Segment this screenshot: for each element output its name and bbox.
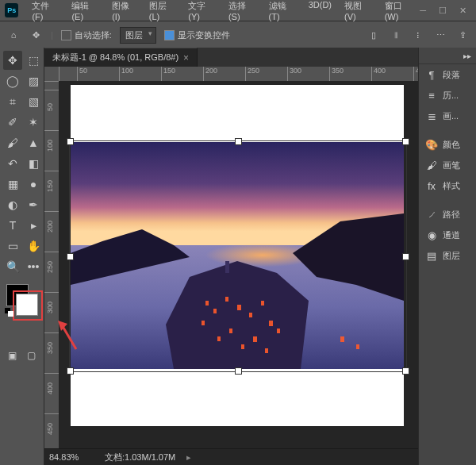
panel-dock: ▸▸ ¶段落 ≡历... ≣画... 🎨颜色 🖌画笔 fx样式 ⟋路径 ◉通道 … (418, 48, 476, 465)
marquee-tool[interactable]: ⬚ (24, 51, 43, 70)
crop-tool[interactable]: ⌗ (3, 92, 22, 111)
panel-paragraph[interactable]: ¶段落 (419, 64, 476, 85)
image-layer[interactable] (71, 142, 404, 369)
move-tool-icon[interactable]: ✥ (29, 28, 43, 42)
svg-rect-3 (205, 301, 209, 306)
auto-select-checkbox[interactable]: 自动选择: (61, 29, 112, 41)
history-brush-tool[interactable]: ↶ (3, 154, 22, 173)
panel-history[interactable]: ≡历... (419, 85, 476, 106)
menu-edit[interactable]: 编辑(E) (66, 0, 105, 25)
document-area: 未标题-1 @ 84.8% (01, RGB/8#) × 50 100 150 … (44, 48, 418, 465)
svg-rect-14 (241, 344, 244, 349)
hand-tool[interactable]: ✋ (24, 236, 43, 256)
stamp-tool[interactable]: ▲ (24, 133, 43, 152)
dodge-tool[interactable]: ◐ (3, 195, 22, 214)
foreground-color-swatch[interactable] (16, 294, 38, 316)
menu-file[interactable]: 文件(F) (26, 0, 64, 25)
panel-styles[interactable]: fx样式 (419, 175, 476, 196)
show-transform-label: 显示变换控件 (178, 30, 230, 40)
svg-rect-16 (356, 344, 359, 349)
more-options-icon[interactable]: ⋯ (433, 28, 447, 42)
home-icon[interactable]: ⌂ (6, 28, 21, 42)
panel-channels[interactable]: ◉通道 (419, 225, 476, 245)
svg-rect-8 (261, 301, 264, 306)
move-tool[interactable]: ✥ (3, 51, 22, 70)
svg-rect-4 (213, 309, 217, 313)
menu-layer[interactable]: 图层(L) (144, 0, 182, 25)
tab-strip: 未标题-1 @ 84.8% (01, RGB/8#) × (44, 48, 418, 67)
brush-tool[interactable]: 🖌 (3, 133, 22, 152)
share-icon[interactable]: ⇪ (455, 28, 470, 42)
canvas-viewport[interactable] (59, 81, 418, 449)
slice-tool[interactable]: ▧ (24, 92, 43, 111)
type-tool[interactable]: T (3, 216, 22, 235)
svg-rect-7 (249, 313, 252, 317)
menu-select[interactable]: 选择(S) (223, 0, 262, 25)
zoom-level[interactable]: 84.83% (49, 452, 94, 462)
status-chevron-icon[interactable]: ▸ (186, 452, 191, 463)
ruler-horizontal[interactable]: 50 100 150 200 250 300 350 400 450 (59, 67, 418, 82)
document-tab-title: 未标题-1 @ 84.8% (01, RGB/8#) (52, 52, 178, 63)
zoom-tool[interactable]: 🔍 (3, 257, 22, 276)
quick-select-tool[interactable]: ▨ (24, 71, 43, 90)
layers-icon: ▤ (425, 250, 438, 262)
panel-color[interactable]: 🎨颜色 (419, 134, 476, 155)
auto-select-label: 自动选择: (75, 30, 112, 40)
menu-view[interactable]: 视图(V) (339, 0, 378, 25)
svg-rect-15 (340, 336, 344, 342)
pen-tool[interactable]: ✒ (24, 195, 43, 214)
path-select-tool[interactable]: ▸ (24, 216, 43, 235)
auto-select-target-dropdown[interactable]: 图层 (120, 27, 156, 44)
toolbox: ✥ ⬚ ◯ ▨ ⌗ ▧ ✐ ✶ 🖌 ▲ ↶ ◧ ▦ ● ◐ ✒ T ▸ ▭ ✋ … (0, 48, 44, 465)
panel-collapse-icon[interactable]: ▸▸ (419, 48, 476, 64)
gradient-tool[interactable]: ▦ (3, 175, 22, 194)
heal-tool[interactable]: ✶ (24, 113, 43, 132)
svg-rect-6 (237, 305, 241, 310)
svg-rect-11 (217, 336, 221, 341)
maximize-icon[interactable]: ☐ (439, 6, 447, 16)
svg-rect-18 (265, 348, 268, 353)
document-tab[interactable]: 未标题-1 @ 84.8% (01, RGB/8#) × (44, 48, 198, 67)
panel-brush-presets[interactable]: ≣画... (419, 106, 476, 126)
svg-rect-13 (277, 329, 280, 333)
menu-filter[interactable]: 滤镜(T) (263, 0, 301, 25)
brushes-icon: 🖌 (425, 159, 438, 171)
svg-rect-9 (269, 321, 273, 326)
default-colors-icon[interactable] (5, 308, 14, 317)
shape-tool[interactable]: ▭ (3, 236, 22, 256)
canvas[interactable] (71, 85, 404, 426)
status-bar: 84.83% 文档:1.03M/1.07M ▸ (44, 448, 418, 465)
align-icon-3[interactable]: ⫶ (411, 28, 425, 42)
title-bar: Ps 文件(F) 编辑(E) 图像(I) 图层(L) 文字(Y) 选择(S) 滤… (0, 0, 476, 21)
eyedropper-tool[interactable]: ✐ (3, 113, 22, 132)
color-swatch[interactable] (3, 284, 40, 316)
blur-tool[interactable]: ● (24, 175, 43, 194)
panel-layers[interactable]: ▤图层 (419, 245, 476, 266)
canvas-wrap: 50 100 150 200 250 300 350 400 450 50 10… (44, 67, 418, 465)
main-menu: 文件(F) 编辑(E) 图像(I) 图层(L) 文字(Y) 选择(S) 滤镜(T… (26, 0, 420, 25)
window-controls: ─ ☐ ✕ (420, 6, 471, 16)
align-icon-2[interactable]: ⫴ (389, 28, 403, 42)
panel-paths[interactable]: ⟋路径 (419, 204, 476, 225)
eraser-tool[interactable]: ◧ (24, 154, 43, 173)
more-tools[interactable]: ••• (24, 257, 43, 276)
quick-mask-icon[interactable]: ▣ (5, 348, 21, 363)
menu-type[interactable]: 文字(Y) (182, 0, 221, 25)
panel-brushes[interactable]: 🖌画笔 (419, 155, 476, 175)
options-bar: ⌂ ✥ | 自动选择: 图层 显示变换控件 ▯ ⫴ ⫶ ⋯ ⇪ (0, 21, 476, 49)
minimize-icon[interactable]: ─ (420, 6, 426, 16)
svg-rect-12 (253, 336, 257, 342)
ruler-vertical[interactable]: 50 100 150 200 250 300 350 400 450 500 (44, 81, 60, 449)
menu-image[interactable]: 图像(I) (106, 0, 142, 25)
lasso-tool[interactable]: ◯ (3, 71, 22, 90)
close-icon[interactable]: ✕ (459, 6, 466, 16)
menu-3d[interactable]: 3D(D) (303, 0, 337, 25)
menu-window[interactable]: 窗口(W) (379, 0, 420, 25)
screen-mode-icon[interactable]: ▢ (24, 348, 40, 363)
tab-close-icon[interactable]: × (183, 52, 189, 63)
align-icon-1[interactable]: ▯ (367, 28, 381, 42)
show-transform-checkbox[interactable]: 显示变换控件 (164, 29, 230, 41)
color-icon: 🎨 (425, 139, 438, 151)
svg-rect-17 (202, 321, 205, 325)
history-icon: ≡ (425, 90, 438, 102)
